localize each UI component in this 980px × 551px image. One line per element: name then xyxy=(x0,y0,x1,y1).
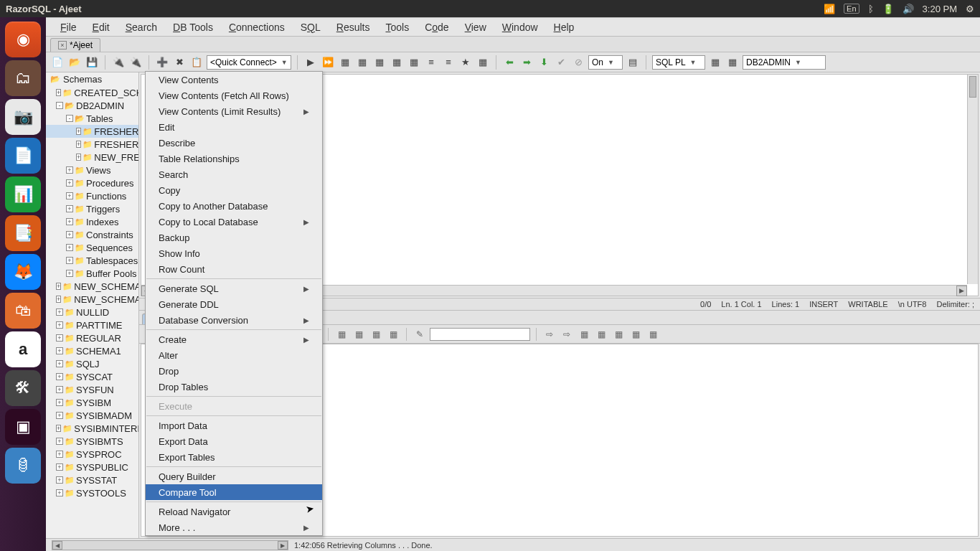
tree-node[interactable]: +📁FRESHERS xyxy=(46,138,138,151)
tb-icon[interactable]: ▦ xyxy=(386,327,400,342)
context-menu-item[interactable]: View Contents (Limit Results)▶ xyxy=(146,103,322,119)
menu-code[interactable]: Code xyxy=(418,20,456,34)
tb-icon[interactable]: ▦ xyxy=(577,327,591,342)
tb-icon[interactable]: ▦ xyxy=(407,55,421,70)
context-menu-item[interactable]: Drop Tables xyxy=(146,379,322,395)
software-center-icon[interactable]: 🛍 xyxy=(5,293,41,329)
connection-tab-ajeet[interactable]: × *Ajeet xyxy=(50,38,100,52)
tb-icon[interactable]: ▦ xyxy=(611,327,626,342)
check-icon[interactable]: ✔ xyxy=(554,55,568,70)
tree-node[interactable]: +📁Views xyxy=(46,164,138,176)
menu-help[interactable]: Help xyxy=(547,20,582,34)
expand-icon[interactable]: + xyxy=(66,179,73,187)
expand-icon[interactable]: + xyxy=(66,192,73,199)
menu-edit[interactable]: Edit xyxy=(85,20,117,34)
context-menu-item[interactable]: More . . .▶ xyxy=(146,519,322,535)
menu-view[interactable]: View xyxy=(458,20,494,34)
tree-node[interactable]: +📁SYSPROC xyxy=(46,448,138,461)
impress-icon[interactable]: 📑 xyxy=(5,215,41,251)
tree-node[interactable]: +📁Indexes xyxy=(46,215,138,228)
tb-icon[interactable]: ▦ xyxy=(338,55,352,70)
tree-node[interactable]: +📁SCHEMA1 xyxy=(46,344,138,357)
tree-node[interactable]: +📁SYSIBM xyxy=(46,396,138,409)
expand-icon[interactable]: + xyxy=(76,141,81,148)
tb-icon[interactable]: ▦ xyxy=(369,327,383,342)
expand-icon[interactable]: + xyxy=(66,244,73,251)
edit-icon[interactable]: ✎ xyxy=(413,327,427,342)
context-menu-item[interactable]: Row Count xyxy=(146,261,322,277)
tb-icon[interactable]: ▦ xyxy=(372,55,387,70)
tb-icon[interactable]: ▦ xyxy=(628,327,643,342)
tree-node[interactable]: +📁PARTTIME xyxy=(46,319,138,331)
scroll-right-icon[interactable]: ▶ xyxy=(278,541,288,550)
expand-icon[interactable]: + xyxy=(66,231,73,238)
tb-icon[interactable]: ▦ xyxy=(355,55,369,70)
down-icon[interactable]: ⬇ xyxy=(537,55,551,70)
disconnect-icon[interactable]: 🔌 xyxy=(128,55,143,70)
context-menu-item[interactable]: Generate DDL xyxy=(146,296,322,312)
tree-node[interactable]: +📁REGULAR xyxy=(46,331,138,344)
context-menu-item[interactable]: View Contents xyxy=(146,72,322,88)
tree-node[interactable]: +📁SYSSTAT xyxy=(46,474,138,486)
calc-icon[interactable]: 📊 xyxy=(5,176,41,212)
tree-node[interactable]: +📁Tablespaces xyxy=(46,254,138,267)
expand-icon[interactable]: + xyxy=(56,438,63,445)
tree-node[interactable]: +📁Triggers xyxy=(46,202,138,215)
tree-node[interactable]: +📁SYSIBMINTERNAL xyxy=(46,422,138,435)
razorsql-icon[interactable]: 🛢 xyxy=(5,448,41,484)
context-menu-item[interactable]: Import Data xyxy=(146,418,322,433)
tree-node[interactable]: +📁NEW_SCHEMA xyxy=(46,280,138,293)
tree-node[interactable]: +📁NEW_FRESHERS xyxy=(46,151,138,164)
context-menu-item[interactable]: Export Data xyxy=(146,433,322,449)
context-menu-item[interactable]: Reload Navigator xyxy=(146,504,322,519)
expand-icon[interactable]: + xyxy=(56,321,63,329)
bluetooth-icon[interactable]: ᛒ xyxy=(868,4,874,14)
tb-icon[interactable]: ≡ xyxy=(441,55,456,70)
connect-icon[interactable]: 🔌 xyxy=(111,55,126,70)
expand-icon[interactable]: + xyxy=(56,399,63,406)
menu-tools[interactable]: Tools xyxy=(378,20,416,34)
context-menu-item[interactable]: Copy to Local Database▶ xyxy=(146,214,322,230)
expand-icon[interactable]: + xyxy=(66,166,73,174)
context-menu-item[interactable]: Show Info xyxy=(146,245,322,261)
battery-icon[interactable]: 🔋 xyxy=(882,4,894,14)
tree-node[interactable]: +📁FRESHERS xyxy=(46,125,138,138)
tree-node[interactable]: +📁Functions xyxy=(46,189,138,202)
context-menu-item[interactable]: Table Relationships xyxy=(146,151,322,166)
quick-connect-combo[interactable]: <Quick Connect> ▼ xyxy=(207,55,291,70)
tree-node[interactable]: +📁SYSIBMADM xyxy=(46,409,138,422)
writer-icon[interactable]: 📄 xyxy=(5,138,41,174)
tree-node[interactable]: +📁Buffer Pools xyxy=(46,267,138,280)
tree-node[interactable]: +📁Procedures xyxy=(46,176,138,189)
context-menu-item[interactable]: Create▶ xyxy=(146,331,322,347)
expand-icon[interactable]: + xyxy=(76,128,81,135)
expand-icon[interactable]: + xyxy=(56,373,63,380)
context-menu-item[interactable]: Copy to Another Database xyxy=(146,198,322,214)
expand-icon[interactable]: + xyxy=(56,386,63,393)
amazon-icon[interactable]: a xyxy=(5,331,41,367)
expand-icon[interactable]: + xyxy=(56,89,61,96)
tree-node[interactable]: +📁SYSIBMTS xyxy=(46,435,138,448)
schema-combo[interactable]: DB2ADMIN ▼ xyxy=(743,55,826,70)
props-icon[interactable]: ▤ xyxy=(626,55,640,70)
terminal-icon[interactable]: ▣ xyxy=(5,409,41,445)
wifi-icon[interactable]: 📶 xyxy=(824,4,835,14)
tree-node[interactable]: +📁CREATED_SCHEMA xyxy=(46,86,138,99)
back-icon[interactable]: ⬅ xyxy=(502,55,517,70)
settings-icon[interactable]: 🛠 xyxy=(5,370,41,406)
expand-icon[interactable]: + xyxy=(56,296,61,303)
tb-icon[interactable]: ▦ xyxy=(334,327,349,342)
firefox-icon[interactable]: 🦊 xyxy=(5,254,41,290)
menu-file[interactable]: File xyxy=(53,20,84,34)
tree-node[interactable]: -📂DB2ADMIN xyxy=(46,99,138,112)
menu-search[interactable]: Search xyxy=(118,20,164,34)
tb-icon[interactable]: ▦ xyxy=(708,55,722,70)
tb-icon[interactable]: ▦ xyxy=(725,55,740,70)
nav-icon[interactable]: ⇨ xyxy=(560,327,574,342)
context-menu-item[interactable]: Describe xyxy=(146,135,322,151)
tree-node[interactable]: +📁SYSFUN xyxy=(46,383,138,396)
files-icon[interactable]: 🗂 xyxy=(5,60,41,96)
tree-node[interactable]: +📁Sequences xyxy=(46,241,138,254)
tree-node[interactable]: +📁SYSCAT xyxy=(46,370,138,383)
menu-sql[interactable]: SQL xyxy=(293,20,328,34)
